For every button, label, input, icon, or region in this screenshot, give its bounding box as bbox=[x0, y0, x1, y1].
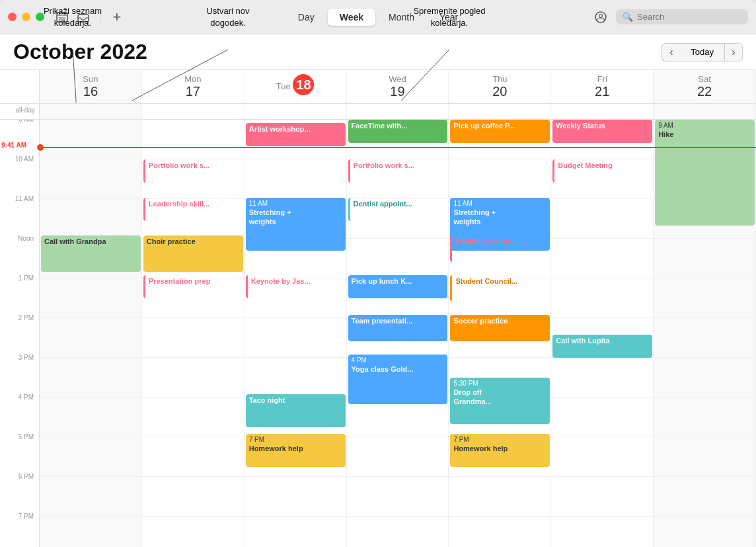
time-cell-sun-0[interactable] bbox=[40, 120, 142, 159]
time-cell-sat-4[interactable] bbox=[654, 278, 756, 318]
invitees-icon[interactable] bbox=[593, 10, 608, 24]
calendar-window: + Day Week Month Year 🔍 bbox=[0, 0, 756, 547]
inbox-icon[interactable] bbox=[76, 10, 91, 24]
time-cell-fri-3[interactable] bbox=[551, 239, 654, 278]
time-cell-sun-10[interactable] bbox=[40, 517, 142, 547]
time-cell-sat-10[interactable] bbox=[654, 517, 756, 547]
today-button[interactable]: Today bbox=[680, 43, 724, 62]
event-21[interactable]: 5:30 PMDrop offGrandma... bbox=[450, 378, 550, 424]
time-label-6: 3 PM bbox=[0, 353, 40, 392]
tab-week[interactable]: Week bbox=[328, 9, 375, 26]
time-cell-mon-9[interactable] bbox=[142, 477, 245, 517]
event-15[interactable]: 4 PMYoga class Gold... bbox=[348, 355, 448, 404]
maximize-button[interactable] bbox=[36, 13, 44, 21]
time-cell-sun-7[interactable] bbox=[40, 398, 142, 437]
day-header-wed: Wed 19 bbox=[347, 70, 449, 103]
time-cell-wed-8[interactable] bbox=[347, 437, 449, 477]
time-cell-wed-9[interactable] bbox=[347, 477, 449, 517]
event-1[interactable]: Portfolio work s... bbox=[143, 159, 243, 183]
time-cell-fri-7[interactable] bbox=[551, 398, 654, 437]
day-header-mon: Mon 17 bbox=[142, 70, 245, 103]
time-cell-sat-6[interactable] bbox=[654, 358, 756, 398]
event-18[interactable]: Writing session... bbox=[450, 235, 550, 262]
event-26[interactable]: 9 AMHike bbox=[655, 120, 755, 226]
time-cell-sat-9[interactable] bbox=[654, 477, 756, 517]
event-11[interactable]: Portfolio work s... bbox=[348, 159, 448, 183]
tab-day[interactable]: Day bbox=[286, 9, 326, 26]
time-cell-sun-5[interactable] bbox=[40, 318, 142, 358]
time-cell-sun-9[interactable] bbox=[40, 477, 142, 517]
time-cell-sun-2[interactable] bbox=[40, 199, 142, 239]
time-cell-sun-8[interactable] bbox=[40, 437, 142, 477]
time-cell-tue-5[interactable] bbox=[245, 318, 347, 358]
event-6[interactable]: 11 AMStretching +weights bbox=[246, 198, 346, 251]
allday-wed bbox=[347, 104, 449, 119]
add-event-icon[interactable]: + bbox=[110, 10, 124, 24]
allday-thu bbox=[449, 104, 551, 119]
time-cell-fri-10[interactable] bbox=[551, 517, 654, 547]
time-cell-mon-8[interactable] bbox=[142, 437, 245, 477]
time-cell-mon-0[interactable] bbox=[142, 120, 245, 159]
time-cell-sun-4[interactable] bbox=[40, 278, 142, 318]
time-cell-wed-3[interactable] bbox=[347, 239, 449, 278]
tab-month[interactable]: Month bbox=[377, 9, 426, 26]
calendar-list-icon[interactable] bbox=[55, 10, 69, 24]
event-3[interactable]: Choir practice bbox=[143, 235, 243, 272]
time-cell-sat-7[interactable] bbox=[654, 398, 756, 437]
event-8[interactable]: Taco night bbox=[246, 394, 346, 427]
search-icon: 🔍 bbox=[623, 12, 633, 22]
event-25[interactable]: Call with Lupita bbox=[552, 335, 652, 358]
time-cell-thu-10[interactable] bbox=[449, 517, 551, 547]
event-24[interactable]: Budget Meeting bbox=[552, 159, 652, 183]
tab-year[interactable]: Year bbox=[428, 9, 470, 26]
titlebar: + Day Week Month Year 🔍 bbox=[0, 0, 756, 34]
time-cell-mon-5[interactable] bbox=[142, 318, 245, 358]
event-10[interactable]: FaceTime with... bbox=[348, 120, 448, 143]
time-cell-wed-10[interactable] bbox=[347, 517, 449, 547]
minimize-button[interactable] bbox=[22, 13, 30, 21]
time-cell-fri-2[interactable] bbox=[551, 199, 654, 239]
time-cell-fri-8[interactable] bbox=[551, 437, 654, 477]
time-label-10: 7 PM bbox=[0, 511, 40, 547]
event-0[interactable]: Call with Grandpa bbox=[41, 235, 141, 272]
event-9[interactable]: 7 PMHomework help bbox=[246, 434, 346, 467]
time-cell-tue-1[interactable] bbox=[245, 159, 347, 199]
month-title: October 2022 bbox=[13, 40, 662, 64]
event-16[interactable]: Pick up coffee P... bbox=[450, 120, 550, 143]
time-cell-mon-7[interactable] bbox=[142, 398, 245, 437]
time-cell-thu-9[interactable] bbox=[449, 477, 551, 517]
time-cell-mon-10[interactable] bbox=[142, 517, 245, 547]
event-4[interactable]: Presentation prep bbox=[143, 275, 243, 298]
time-scroll[interactable]: 9 AM10 AM11 AMNoon1 PM2 PM3 PM4 PM5 PM6 … bbox=[0, 120, 756, 547]
event-7[interactable]: Keynote by Jas... bbox=[246, 275, 346, 298]
time-cell-fri-4[interactable] bbox=[551, 278, 654, 318]
time-cell-sat-3[interactable] bbox=[654, 239, 756, 278]
event-12[interactable]: Dentist appoint... bbox=[348, 198, 448, 221]
time-cell-fri-9[interactable] bbox=[551, 477, 654, 517]
time-cell-mon-6[interactable] bbox=[142, 358, 245, 398]
prev-arrow[interactable]: ‹ bbox=[662, 43, 680, 62]
time-cell-sun-6[interactable] bbox=[40, 358, 142, 398]
search-input[interactable] bbox=[637, 12, 741, 22]
event-2[interactable]: Leadership skill... bbox=[143, 198, 243, 221]
search-box[interactable]: 🔍 bbox=[616, 9, 748, 24]
time-cell-sat-5[interactable] bbox=[654, 318, 756, 358]
event-22[interactable]: 7 PMHomework help bbox=[450, 434, 550, 467]
next-arrow[interactable]: › bbox=[724, 43, 743, 62]
event-13[interactable]: Pick up lunch K... bbox=[348, 275, 448, 298]
time-cell-tue-10[interactable] bbox=[245, 517, 347, 547]
allday-sat bbox=[654, 104, 756, 119]
time-cell-sat-8[interactable] bbox=[654, 437, 756, 477]
event-14[interactable]: Team presentati... bbox=[348, 315, 448, 341]
time-cell-tue-6[interactable] bbox=[245, 358, 347, 398]
close-button[interactable] bbox=[8, 13, 17, 21]
time-cell-sun-1[interactable] bbox=[40, 159, 142, 199]
event-23[interactable]: Weekly Status bbox=[552, 120, 652, 143]
time-cell-fri-6[interactable] bbox=[551, 358, 654, 398]
event-20[interactable]: Soccer practice bbox=[450, 315, 550, 341]
event-19[interactable]: Student Council... bbox=[450, 275, 550, 302]
event-5[interactable]: Artist workshop... bbox=[246, 123, 346, 146]
time-cell-tue-9[interactable] bbox=[245, 477, 347, 517]
time-cell-thu-1[interactable] bbox=[449, 159, 551, 199]
toolbar-right: 🔍 bbox=[593, 9, 748, 24]
